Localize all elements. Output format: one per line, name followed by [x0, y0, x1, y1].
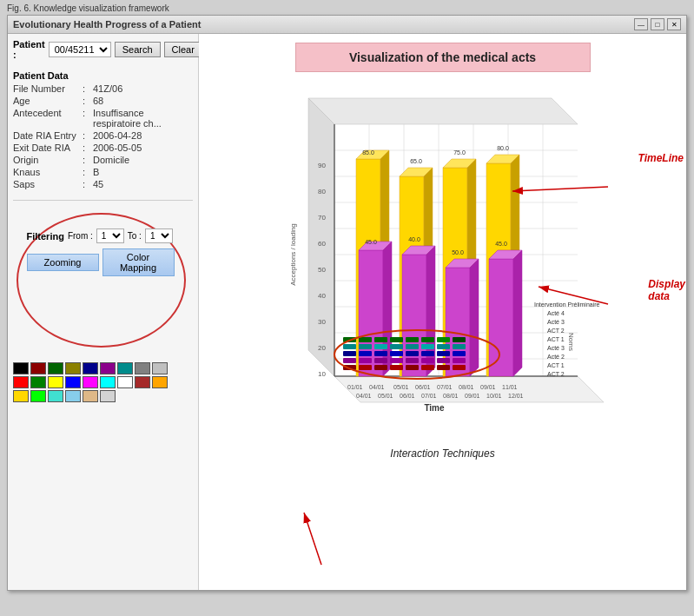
from-label: From :: [68, 231, 93, 241]
svg-rect-66: [406, 337, 419, 342]
color-swatch-19[interactable]: [30, 390, 46, 402]
chart-area: 10 20 30 40 50 60 70 80 90 Acceptions / …: [282, 81, 604, 446]
color-swatch-15[interactable]: [117, 376, 133, 388]
val-exit-date: 2006-05-05: [93, 142, 193, 153]
svg-rect-63: [359, 337, 372, 342]
svg-text:04/01: 04/01: [356, 393, 372, 399]
val-age: 68: [93, 96, 193, 106]
svg-marker-0: [308, 98, 578, 124]
svg-rect-88: [374, 358, 387, 363]
svg-rect-69: [453, 337, 466, 342]
color-swatch-11[interactable]: [48, 376, 63, 388]
color-swatch-13[interactable]: [83, 376, 98, 388]
patient-id-select[interactable]: 00/45211: [49, 42, 111, 57]
val-saps: 45: [93, 179, 193, 189]
clear-button[interactable]: Clear: [164, 42, 202, 57]
color-swatch-14[interactable]: [100, 376, 116, 388]
svg-text:Time: Time: [424, 403, 445, 413]
svg-text:ACT 1: ACT 1: [547, 362, 565, 368]
color-swatch-9[interactable]: [13, 376, 29, 388]
to-select[interactable]: 1: [145, 229, 173, 243]
svg-text:06/01: 06/01: [400, 393, 415, 399]
patient-data-section: Patient Data File Number : 41Z/06 Age : …: [13, 70, 193, 191]
svg-rect-68: [437, 337, 450, 342]
patient-label: Patient :: [13, 39, 45, 60]
search-button[interactable]: Search: [115, 42, 161, 57]
svg-text:07/01: 07/01: [421, 393, 437, 399]
data-row-knaus: Knaus : B: [13, 167, 193, 177]
svg-text:12/01: 12/01: [508, 393, 524, 399]
svg-text:20: 20: [318, 344, 326, 352]
color-swatch-5[interactable]: [100, 362, 116, 374]
svg-text:11/01: 11/01: [502, 384, 518, 390]
color-swatch-23[interactable]: [100, 390, 116, 402]
zooming-button[interactable]: Zooming: [27, 254, 99, 271]
maximize-button[interactable]: □: [651, 18, 664, 30]
close-button[interactable]: ✕: [667, 18, 681, 30]
svg-text:07/01: 07/01: [437, 384, 453, 390]
bar-8: 45.0: [489, 241, 522, 376]
minimize-button[interactable]: —: [634, 18, 648, 30]
val-antecedent: Insuffisance respiratoire ch...: [93, 108, 193, 129]
key-filename: File Number: [13, 83, 83, 94]
svg-rect-74: [406, 344, 419, 349]
color-swatch-0[interactable]: [13, 362, 29, 374]
color-swatch-21[interactable]: [65, 390, 81, 402]
svg-text:ACT 2: ACT 2: [547, 371, 565, 377]
svg-rect-90: [406, 358, 419, 363]
svg-rect-100: [437, 365, 450, 370]
color-swatch-18[interactable]: [13, 390, 29, 402]
svg-rect-71: [359, 344, 372, 349]
color-swatch-10[interactable]: [30, 376, 46, 388]
color-swatch-4[interactable]: [83, 362, 98, 374]
svg-text:08/01: 08/01: [443, 393, 459, 399]
svg-text:09/01: 09/01: [480, 384, 496, 390]
color-swatch-2[interactable]: [48, 362, 63, 374]
svg-text:Acté 4: Acté 4: [547, 310, 565, 316]
outer-container: Fig. 6. Knowledge visualization framewor…: [0, 0, 694, 616]
svg-rect-81: [390, 351, 403, 356]
svg-text:09/01: 09/01: [465, 393, 480, 399]
svg-rect-98: [406, 365, 419, 370]
color-swatch-12[interactable]: [65, 376, 81, 388]
key-saps: Saps: [13, 179, 83, 189]
svg-rect-70: [343, 344, 356, 349]
svg-text:08/01: 08/01: [459, 384, 474, 390]
color-swatch-16[interactable]: [135, 376, 150, 388]
key-date-entry: Date RIA Entry: [13, 130, 83, 141]
data-row-date-entry: Date RIA Entry : 2006-04-28: [13, 130, 193, 141]
svg-rect-80: [374, 351, 387, 356]
svg-rect-75: [421, 344, 434, 349]
svg-text:50.0: 50.0: [452, 249, 464, 255]
key-antecedent: Antecedent: [13, 108, 83, 118]
color-swatch-3[interactable]: [65, 362, 81, 374]
svg-rect-76: [437, 344, 450, 349]
svg-rect-89: [390, 358, 403, 363]
svg-rect-78: [343, 351, 356, 356]
svg-rect-67: [421, 337, 434, 342]
svg-text:60: 60: [318, 240, 326, 248]
color-swatch-17[interactable]: [152, 376, 168, 388]
svg-rect-91: [421, 358, 434, 363]
color-swatch-20[interactable]: [48, 390, 63, 402]
title-bar-buttons: — □ ✕: [634, 18, 681, 30]
svg-text:ACT 2: ACT 2: [547, 328, 565, 334]
svg-text:30: 30: [318, 318, 326, 326]
svg-text:05/01: 05/01: [393, 384, 409, 390]
color-swatch-6[interactable]: [117, 362, 133, 374]
color-swatch-8[interactable]: [152, 362, 168, 374]
svg-text:01/01: 01/01: [347, 384, 363, 390]
svg-text:75.0: 75.0: [453, 149, 466, 156]
color-swatch-7[interactable]: [135, 362, 150, 374]
color-swatch-1[interactable]: [30, 362, 46, 374]
svg-rect-96: [374, 365, 387, 370]
color-mapping-button[interactable]: Color Mapping: [102, 248, 175, 276]
svg-rect-85: [453, 351, 466, 356]
svg-text:Acceptions / loading: Acceptions / loading: [289, 223, 297, 286]
svg-rect-65: [390, 337, 403, 342]
fig-label: Fig. 6. Knowledge visualization framewor…: [0, 0, 694, 15]
data-row-antecedent: Antecedent : Insuffisance respiratoire c…: [13, 108, 193, 129]
from-select[interactable]: 1: [96, 229, 124, 243]
val-date-entry: 2006-04-28: [93, 130, 193, 141]
color-swatch-22[interactable]: [83, 390, 98, 402]
